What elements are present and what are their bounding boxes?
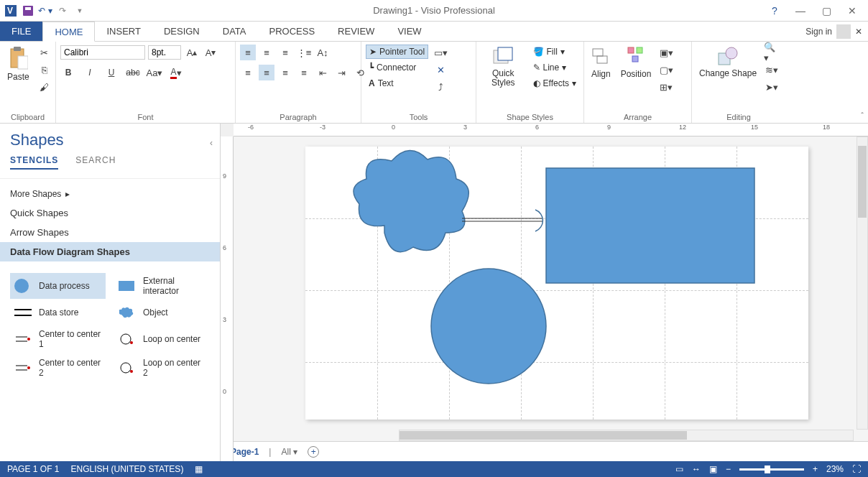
tab-data[interactable]: DATA xyxy=(211,22,258,41)
find-icon[interactable]: 🔍▾ xyxy=(764,45,780,60)
align-button[interactable]: Align xyxy=(588,45,614,80)
underline-button[interactable]: U xyxy=(103,65,119,80)
x-tool-icon[interactable]: ✕ xyxy=(433,62,448,78)
data-process-shape[interactable] xyxy=(431,269,546,384)
stencil-c2c2[interactable]: Center to center 2 xyxy=(10,355,106,381)
text-dir-icon[interactable]: A↕ xyxy=(315,45,331,60)
tab-review[interactable]: REVIEW xyxy=(326,22,386,41)
stencil-loop1[interactable]: Loop on center xyxy=(114,326,210,352)
redo-icon[interactable]: ↷ xyxy=(55,3,70,19)
pointer-tool-button[interactable]: ➤Pointer Tool xyxy=(366,45,428,59)
horizontal-scrollbar[interactable] xyxy=(399,430,854,441)
clipboard-group-label: Clipboard xyxy=(4,111,51,123)
save-icon[interactable] xyxy=(20,3,36,19)
align-left-icon[interactable]: ≡ xyxy=(240,65,256,80)
grow-font-icon[interactable]: A▴ xyxy=(184,45,200,60)
zoom-out-icon[interactable]: − xyxy=(726,464,731,474)
select-icon[interactable]: ➤▾ xyxy=(764,79,780,95)
undo-icon[interactable]: ↶ ▾ xyxy=(37,3,53,19)
strike-button[interactable]: abc xyxy=(125,65,141,80)
position-button[interactable]: Position xyxy=(618,45,655,80)
tab-home[interactable]: HOME xyxy=(42,22,95,42)
page-tab-1[interactable]: Page-1 xyxy=(231,447,259,457)
qat-dropdown-icon[interactable]: ▼ xyxy=(72,3,88,19)
effects-button[interactable]: ◐Effects ▾ xyxy=(530,76,579,91)
align-top-icon[interactable]: ≡ xyxy=(240,45,256,60)
dec-indent-icon[interactable]: ⇤ xyxy=(315,65,331,80)
zoom-level[interactable]: 23% xyxy=(826,464,844,474)
zoom-slider[interactable] xyxy=(739,468,804,471)
page-tab-all[interactable]: All ▾ xyxy=(281,447,297,457)
arrow-shapes-item[interactable]: Arrow Shapes xyxy=(10,223,210,242)
more-shapes-item[interactable]: More Shapes▸ xyxy=(10,185,210,203)
tab-design[interactable]: DESIGN xyxy=(152,22,211,41)
page-counter[interactable]: PAGE 1 OF 1 xyxy=(7,464,59,474)
maximize-icon[interactable]: ▢ xyxy=(818,5,835,17)
zoom-in-icon[interactable]: + xyxy=(813,464,818,474)
connector-tool-button[interactable]: ┗Connector xyxy=(366,60,428,75)
case-button[interactable]: Aa▾ xyxy=(147,65,162,80)
sign-in[interactable]: Sign in ✕ xyxy=(805,22,868,41)
format-painter-icon[interactable]: 🖌 xyxy=(37,79,52,95)
fit-width-icon[interactable]: ↔ xyxy=(692,464,701,474)
font-name-input[interactable] xyxy=(60,45,145,60)
quick-shapes-item[interactable]: Quick Shapes xyxy=(10,203,210,223)
bold-button[interactable]: B xyxy=(60,65,76,80)
stencil-loop2[interactable]: Loop on center 2 xyxy=(114,355,210,381)
macro-icon[interactable]: ▦ xyxy=(195,464,203,474)
copy-icon[interactable]: ⎘ xyxy=(37,62,52,78)
language-status[interactable]: ENGLISH (UNITED STATES) xyxy=(70,464,183,474)
vertical-scrollbar[interactable] xyxy=(857,136,868,430)
align-just-icon[interactable]: ≡ xyxy=(296,65,312,80)
rect-tool-icon[interactable]: ▭▾ xyxy=(433,45,448,60)
font-color-button[interactable]: A▾ xyxy=(168,65,184,80)
layers-icon[interactable]: ≋▾ xyxy=(764,62,780,78)
add-page-icon[interactable]: + xyxy=(308,446,319,458)
tab-file[interactable]: FILE xyxy=(0,22,42,41)
line-button[interactable]: ✎Line ▾ xyxy=(530,60,579,75)
dfd-shapes-item[interactable]: Data Flow Diagram Shapes xyxy=(0,242,220,261)
italic-button[interactable]: I xyxy=(82,65,98,80)
font-size-input[interactable] xyxy=(148,45,181,60)
bullets-icon[interactable]: ⋮≡ xyxy=(296,45,312,60)
stencil-c2c1[interactable]: Center to center 1 xyxy=(10,326,106,352)
fit-window-icon[interactable]: ⛶ xyxy=(852,464,861,474)
external-interactor-shape[interactable] xyxy=(546,168,754,283)
object-shape[interactable] xyxy=(354,150,468,251)
stencil-data-store[interactable]: Data store xyxy=(10,302,106,323)
inc-indent-icon[interactable]: ⇥ xyxy=(333,65,349,80)
send-back-icon[interactable]: ▢▾ xyxy=(658,62,674,78)
fill-button[interactable]: 🪣Fill ▾ xyxy=(530,45,579,59)
quick-styles-button[interactable]: Quick Styles xyxy=(481,45,526,89)
presentation-icon[interactable]: ▭ xyxy=(675,464,683,474)
align-right-icon[interactable]: ≡ xyxy=(277,65,293,80)
conn-point-icon[interactable]: ⤴ xyxy=(433,79,448,95)
close-icon[interactable]: ✕ xyxy=(844,5,861,17)
shrink-font-icon[interactable]: A▾ xyxy=(203,45,218,60)
group-icon[interactable]: ⊞▾ xyxy=(658,79,674,95)
paste-button[interactable]: Paste xyxy=(4,45,32,83)
shapes-pane: Shapes ‹ STENCILS SEARCH More Shapes▸ Qu… xyxy=(0,124,221,461)
canvas[interactable] xyxy=(234,136,868,441)
stencil-object[interactable]: Object xyxy=(114,302,210,323)
stencil-data-process[interactable]: Data process xyxy=(10,273,106,299)
change-shape-button[interactable]: Change Shape xyxy=(696,45,760,80)
tab-process[interactable]: PROCESS xyxy=(258,22,327,41)
collapse-ribbon-icon[interactable]: ˆ xyxy=(861,111,864,120)
align-center-icon[interactable]: ≡ xyxy=(259,65,274,80)
minimize-icon[interactable]: — xyxy=(792,5,809,17)
stencil-external-interactor[interactable]: External interactor xyxy=(114,273,210,299)
cut-icon[interactable]: ✂ xyxy=(37,45,52,60)
stencils-tab[interactable]: STENCILS xyxy=(10,155,58,170)
collapse-shapes-icon[interactable]: ‹ xyxy=(210,138,213,148)
search-tab[interactable]: SEARCH xyxy=(75,155,116,170)
tab-insert[interactable]: INSERT xyxy=(95,22,152,41)
fit-page-icon[interactable]: ▣ xyxy=(709,464,717,474)
ribbon-close-icon[interactable]: ✕ xyxy=(855,27,862,37)
bring-front-icon[interactable]: ▣▾ xyxy=(658,45,674,60)
help-icon[interactable]: ? xyxy=(766,5,783,17)
tab-view[interactable]: VIEW xyxy=(386,22,433,41)
text-tool-button[interactable]: AText xyxy=(366,76,428,91)
align-bot-icon[interactable]: ≡ xyxy=(277,45,293,60)
align-mid-icon[interactable]: ≡ xyxy=(259,45,274,60)
